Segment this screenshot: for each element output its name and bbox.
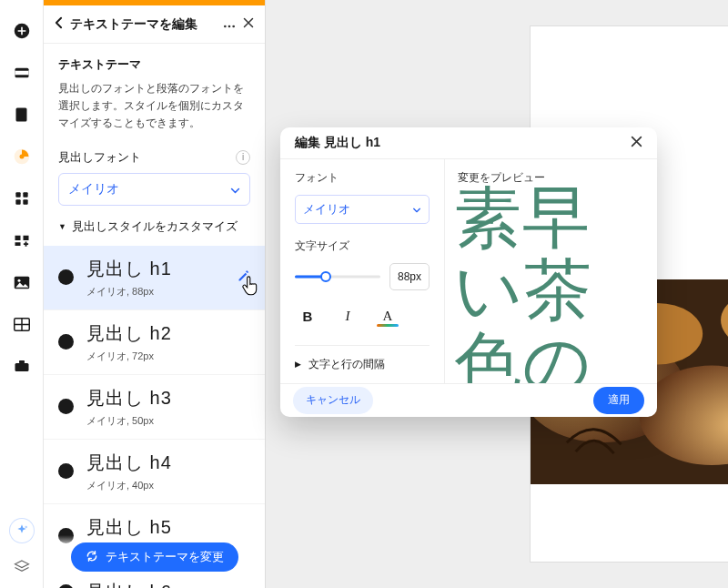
size-slider[interactable]	[295, 269, 380, 284]
spacing-label: 文字と行の間隔	[308, 357, 385, 372]
font-value: メイリオ	[303, 201, 350, 218]
font-label: フォント	[295, 170, 430, 186]
heading-row[interactable]: 見出し h3 メイリオ, 50px	[44, 375, 265, 440]
left-rail	[0, 0, 44, 588]
text-theme-panel: テキストテーマを編集 テキストテーマ 見出しのフォントと段落のフォントを選択しま…	[44, 0, 266, 588]
heading-name: 見出し h3	[86, 386, 250, 411]
font-select[interactable]: メイリオ	[295, 195, 430, 224]
svg-point-20	[228, 25, 231, 28]
color-dot-icon	[58, 269, 74, 285]
size-value-box[interactable]: 88px	[389, 263, 430, 290]
heading-row[interactable]: 見出し h4 メイリオ, 40px	[44, 440, 265, 504]
popover-preview-pane: 変更をプレビュー 素早 い茶 色の	[444, 159, 657, 383]
rail-table-icon[interactable]	[11, 313, 33, 335]
size-label: 文字サイズ	[295, 238, 430, 254]
heading-row[interactable]: 見出し h2 メイリオ, 72px	[44, 310, 265, 375]
heading-name: 見出し h6	[86, 580, 250, 588]
preview-text: 素早 い茶 色の	[454, 186, 592, 383]
svg-rect-3	[16, 108, 27, 122]
panel-header: テキストテーマを編集	[44, 5, 265, 44]
triangle-right-icon: ▶	[295, 360, 301, 369]
svg-rect-12	[15, 242, 20, 246]
spacing-toggle[interactable]: ▶ 文字と行の間隔	[295, 345, 430, 372]
chevron-down-icon	[412, 202, 421, 216]
cancel-button[interactable]: キャンセル	[293, 387, 373, 414]
rail-page-icon[interactable]	[11, 104, 33, 126]
rail-ai-icon[interactable]	[10, 519, 34, 542]
heading-meta: メイリオ, 40px	[86, 479, 250, 492]
heading-font-label: 見出しフォント	[58, 149, 141, 166]
rail-business-icon[interactable]	[11, 355, 33, 377]
heading-meta: メイリオ, 72px	[86, 350, 250, 363]
apply-label: 適用	[608, 393, 630, 406]
rail-section-icon[interactable]	[11, 62, 33, 84]
svg-rect-16	[15, 363, 28, 371]
chevron-down-icon	[230, 182, 240, 197]
refresh-icon	[86, 550, 98, 565]
color-dot-icon	[58, 584, 74, 588]
heading-row[interactable]: 見出し h1 メイリオ, 88px	[44, 246, 265, 310]
rail-image-icon[interactable]	[11, 271, 33, 293]
rail-add-icon[interactable]	[11, 20, 33, 42]
svg-rect-7	[23, 192, 27, 197]
edit-heading-popover: 編集 見出し h1 フォント メイリオ 文字サイズ	[280, 127, 657, 417]
customize-styles-toggle[interactable]: ▼ 見出しスタイルをカスタマイズ	[58, 218, 250, 235]
bold-button[interactable]: B	[295, 305, 320, 329]
change-theme-label: テキストテーマを変更	[106, 549, 224, 565]
preview-label: 変更をプレビュー	[445, 159, 657, 186]
cancel-label: キャンセル	[306, 393, 360, 406]
customize-label: 見出しスタイルをカスタマイズ	[72, 218, 238, 235]
heading-meta: メイリオ, 88px	[86, 285, 224, 299]
svg-point-18	[25, 526, 27, 529]
more-icon[interactable]	[223, 17, 236, 31]
section-description: 見出しのフォントと段落のフォントを選択します。スタイルを個別にカスタマイズするこ…	[58, 80, 250, 133]
rail-layers-icon[interactable]	[11, 555, 33, 577]
rail-plugin-icon[interactable]	[11, 229, 33, 251]
svg-rect-2	[15, 71, 28, 76]
heading-meta: メイリオ, 50px	[86, 414, 250, 428]
svg-rect-11	[23, 236, 28, 240]
svg-rect-9	[23, 199, 27, 204]
svg-point-21	[232, 25, 235, 28]
color-dot-icon	[58, 399, 74, 414]
slider-thumb-icon[interactable]	[320, 271, 331, 282]
change-theme-button[interactable]: テキストテーマを変更	[71, 542, 238, 572]
popover-title: 編集 見出し h1	[295, 135, 380, 151]
apply-button[interactable]: 適用	[593, 387, 644, 414]
heading-name: 見出し h4	[86, 451, 250, 475]
svg-rect-8	[15, 199, 20, 204]
edit-icon[interactable]	[237, 269, 250, 286]
svg-rect-6	[15, 192, 20, 197]
text-color-button[interactable]: A	[375, 305, 400, 329]
svg-rect-10	[15, 236, 20, 240]
italic-button[interactable]: I	[335, 305, 360, 329]
svg-point-5	[19, 155, 24, 159]
color-dot-icon	[58, 463, 74, 479]
section-title: テキストテーマ	[58, 56, 250, 73]
back-icon[interactable]	[55, 16, 63, 32]
svg-point-19	[224, 25, 227, 28]
rail-theme-icon[interactable]	[11, 146, 33, 167]
size-value: 88px	[398, 270, 421, 283]
info-icon[interactable]: i	[236, 150, 250, 165]
heading-name: 見出し h2	[86, 321, 250, 346]
popover-close-icon[interactable]	[631, 135, 642, 151]
svg-rect-17	[19, 360, 25, 363]
heading-font-select[interactable]: メイリオ	[58, 173, 250, 206]
triangle-down-icon: ▼	[58, 222, 66, 231]
color-dot-icon	[58, 334, 74, 350]
popover-controls: フォント メイリオ 文字サイズ 88px	[280, 159, 444, 383]
close-icon[interactable]	[243, 17, 254, 31]
heading-name: 見出し h1	[86, 257, 224, 281]
heading-font-value: メイリオ	[68, 181, 119, 198]
svg-point-14	[17, 279, 20, 281]
rail-apps-icon[interactable]	[11, 188, 33, 209]
panel-title: テキストテーマを編集	[70, 16, 216, 33]
